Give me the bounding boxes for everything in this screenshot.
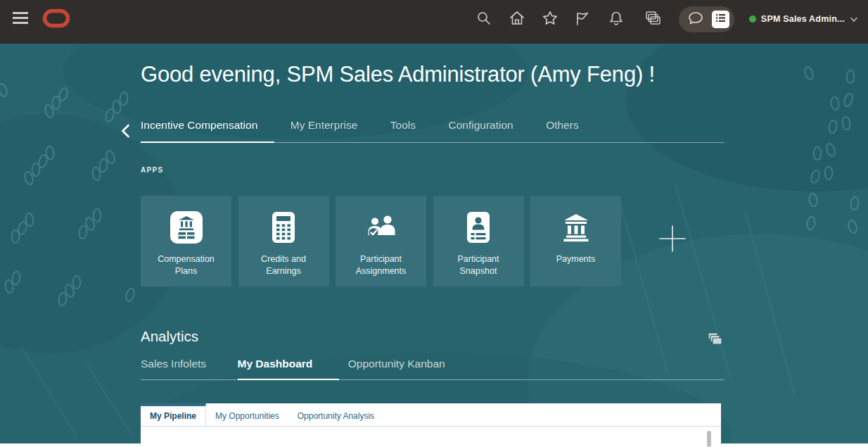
tile-label: Participant Snapshot <box>439 253 518 277</box>
bank-icon <box>559 210 593 246</box>
tab-my-enterprise[interactable]: My Enterprise <box>291 119 358 143</box>
id-card-icon <box>461 210 495 246</box>
bank-plaque-icon <box>170 210 203 246</box>
chevron-down-icon <box>850 14 858 25</box>
tile-participant-assignments[interactable]: Participant Assignments <box>336 196 426 287</box>
tab-configuration[interactable]: Configuration <box>448 119 513 143</box>
search-icon <box>476 11 491 27</box>
analytics-pages-button[interactable] <box>705 330 725 351</box>
main-nav-tabs: Incentive Compensation My Enterprise Too… <box>141 119 725 143</box>
side-panel-toggle-button[interactable] <box>712 11 729 28</box>
tab-others[interactable]: Others <box>546 119 579 143</box>
favorites-button[interactable] <box>538 7 562 31</box>
presence-dot <box>749 15 756 23</box>
tab-my-opportunities[interactable]: My Opportunities <box>206 403 288 426</box>
top-bar: SPM Sales Admin... <box>0 0 868 44</box>
menu-button[interactable] <box>10 9 31 29</box>
tab-opportunity-kanban[interactable]: Opportunity Kanban <box>348 358 445 380</box>
search-button[interactable] <box>472 7 496 31</box>
chat-bubble-icon <box>687 11 704 28</box>
tile-label: Compensation Plans <box>147 253 226 277</box>
analytics-section-title: Analytics <box>141 328 198 345</box>
tile-participant-snapshot[interactable]: Participant Snapshot <box>433 196 524 287</box>
collaboration-pill <box>679 6 734 32</box>
scrollbar-thumb[interactable] <box>707 431 711 447</box>
tab-sales-infolets[interactable]: Sales Infolets <box>141 358 206 380</box>
oracle-fusion-homepage: SPM Sales Admin... Good evening, SPM Sal… <box>0 0 868 447</box>
analytics-tabs: Sales Infolets My Dashboard Opportunity … <box>141 358 725 380</box>
tab-my-pipeline[interactable]: My Pipeline <box>141 403 206 426</box>
pages-icon <box>706 339 723 349</box>
nav-back-button[interactable] <box>118 121 133 143</box>
tile-compensation-plans[interactable]: Compensation Plans <box>141 196 231 287</box>
watchlist-button[interactable] <box>571 7 595 31</box>
bell-icon <box>608 11 624 28</box>
list-icon <box>715 12 727 26</box>
tab-incentive-compensation[interactable]: Incentive Compensation <box>141 119 274 143</box>
tile-label: Participant Assignments <box>342 253 421 277</box>
pages-icon <box>645 11 662 28</box>
tile-label: Credits and Earnings <box>244 253 323 277</box>
add-app-button[interactable] <box>658 225 687 253</box>
flag-icon <box>575 11 590 27</box>
tile-payments[interactable]: Payments <box>530 196 621 287</box>
chevron-left-icon <box>121 130 130 140</box>
tile-credits-and-earnings[interactable]: Credits and Earnings <box>238 196 329 287</box>
calculator-icon <box>267 210 300 246</box>
hamburger-icon <box>13 12 28 26</box>
springboard: Good evening, SPM Sales Administrator (A… <box>0 44 868 443</box>
dashboard-tabbar: My Pipeline My Opportunities Opportunity… <box>141 403 721 427</box>
user-name: SPM Sales Admin... <box>761 14 845 24</box>
tab-tools[interactable]: Tools <box>390 119 416 143</box>
tab-my-dashboard[interactable]: My Dashboard <box>238 358 340 380</box>
plus-icon <box>658 244 687 255</box>
chat-button[interactable] <box>684 7 708 31</box>
oracle-ring-icon <box>42 8 70 30</box>
oracle-logo[interactable] <box>39 6 73 33</box>
star-icon <box>542 11 558 27</box>
things-to-finish-button[interactable] <box>642 7 665 31</box>
app-tiles: Compensation Plans Credits and Earnings … <box>141 196 621 287</box>
tile-label: Payments <box>537 253 615 265</box>
user-menu[interactable]: SPM Sales Admin... <box>749 14 858 25</box>
tab-opportunity-analysis[interactable]: Opportunity Analysis <box>288 403 383 426</box>
dashboard-panel: My Pipeline My Opportunities Opportunity… <box>141 403 721 447</box>
people-check-icon <box>364 210 398 246</box>
dashboard-content <box>141 427 721 447</box>
notifications-button[interactable] <box>604 7 628 31</box>
apps-section-label: APPS <box>141 166 163 174</box>
home-icon <box>509 11 525 27</box>
home-button[interactable] <box>505 7 529 31</box>
greeting-title: Good evening, SPM Sales Administrator (A… <box>141 62 655 87</box>
